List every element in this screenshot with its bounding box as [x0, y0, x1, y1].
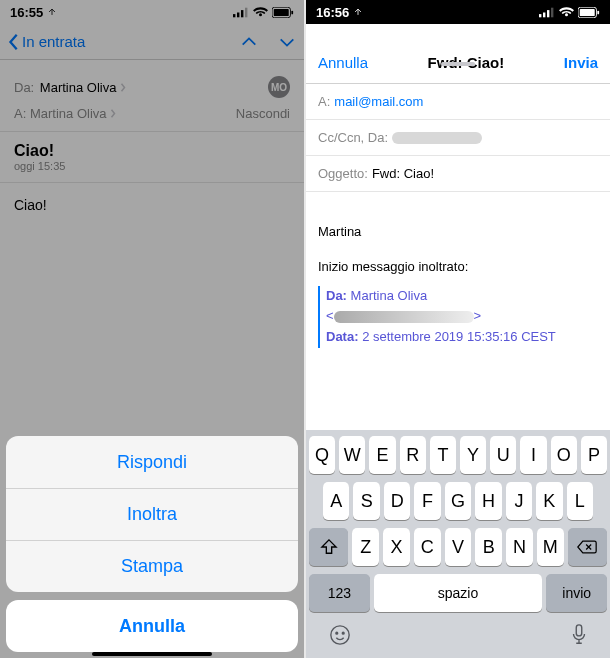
key-w[interactable]: W [339, 436, 365, 474]
svg-rect-17 [576, 625, 582, 636]
print-button[interactable]: Stampa [6, 540, 298, 592]
compose-cancel-button[interactable]: Annulla [318, 54, 368, 71]
key-t[interactable]: T [430, 436, 456, 474]
key-x[interactable]: X [383, 528, 410, 566]
status-time: 16:56 [316, 5, 363, 20]
key-u[interactable]: U [490, 436, 516, 474]
battery-icon [578, 7, 600, 18]
cellular-icon [539, 7, 555, 18]
svg-rect-10 [551, 7, 553, 17]
key-m[interactable]: M [537, 528, 564, 566]
key-c[interactable]: C [414, 528, 441, 566]
svg-rect-12 [580, 8, 595, 15]
signature: Martina [318, 222, 598, 243]
svg-point-14 [331, 626, 349, 644]
numbers-key[interactable]: 123 [309, 574, 370, 612]
sheet-grabber[interactable] [441, 62, 475, 66]
compose-send-button[interactable]: Invia [564, 54, 598, 71]
subject-field[interactable]: Oggetto: Fwd: Ciao! [306, 156, 610, 192]
dictation-icon[interactable] [571, 624, 587, 646]
forward-intro: Inizio messaggio inoltrato: [318, 257, 598, 278]
key-f[interactable]: F [414, 482, 440, 520]
action-sheet: Rispondi Inoltra Stampa Annulla [6, 436, 298, 652]
cc-field[interactable]: Cc/Ccn, Da: [306, 120, 610, 156]
redacted-value [392, 132, 482, 144]
key-p[interactable]: P [581, 436, 607, 474]
key-j[interactable]: J [506, 482, 532, 520]
key-h[interactable]: H [475, 482, 501, 520]
svg-point-16 [342, 632, 344, 634]
key-i[interactable]: I [520, 436, 546, 474]
key-v[interactable]: V [445, 528, 472, 566]
key-a[interactable]: A [323, 482, 349, 520]
cancel-button[interactable]: Annulla [6, 600, 298, 652]
svg-point-15 [336, 632, 338, 634]
enter-key[interactable]: invio [546, 574, 607, 612]
key-o[interactable]: O [551, 436, 577, 474]
shift-icon [320, 539, 338, 555]
wifi-icon [559, 7, 574, 18]
compose-body[interactable]: Martina Inizio messaggio inoltrato: Da: … [306, 192, 610, 360]
svg-rect-13 [597, 10, 599, 14]
status-icons [539, 7, 600, 18]
key-b[interactable]: B [475, 528, 502, 566]
emoji-icon[interactable] [329, 624, 351, 646]
key-k[interactable]: K [536, 482, 562, 520]
home-indicator [92, 652, 212, 656]
keyboard: QWERTYUIOP ASDFGHJKL ZXCVBNM 123 spazio … [306, 430, 610, 658]
status-bar: 16:56 [306, 0, 610, 24]
space-key[interactable]: spazio [374, 574, 543, 612]
to-field[interactable]: A: mail@mail.com [306, 84, 610, 120]
backspace-key[interactable] [568, 528, 607, 566]
reply-button[interactable]: Rispondi [6, 436, 298, 488]
svg-rect-9 [547, 10, 549, 17]
key-z[interactable]: Z [352, 528, 379, 566]
key-l[interactable]: L [567, 482, 593, 520]
key-d[interactable]: D [384, 482, 410, 520]
key-g[interactable]: G [445, 482, 471, 520]
quoted-message: Da: Martina Oliva <> Data: 2 settembre 2… [318, 286, 598, 348]
backspace-icon [577, 540, 597, 554]
key-y[interactable]: Y [460, 436, 486, 474]
forward-button[interactable]: Inoltra [6, 488, 298, 540]
svg-rect-8 [543, 12, 545, 17]
key-r[interactable]: R [400, 436, 426, 474]
shift-key[interactable] [309, 528, 348, 566]
key-n[interactable]: N [506, 528, 533, 566]
key-s[interactable]: S [353, 482, 379, 520]
key-e[interactable]: E [369, 436, 395, 474]
key-q[interactable]: Q [309, 436, 335, 474]
redacted-email [334, 311, 474, 323]
svg-rect-7 [539, 14, 541, 17]
